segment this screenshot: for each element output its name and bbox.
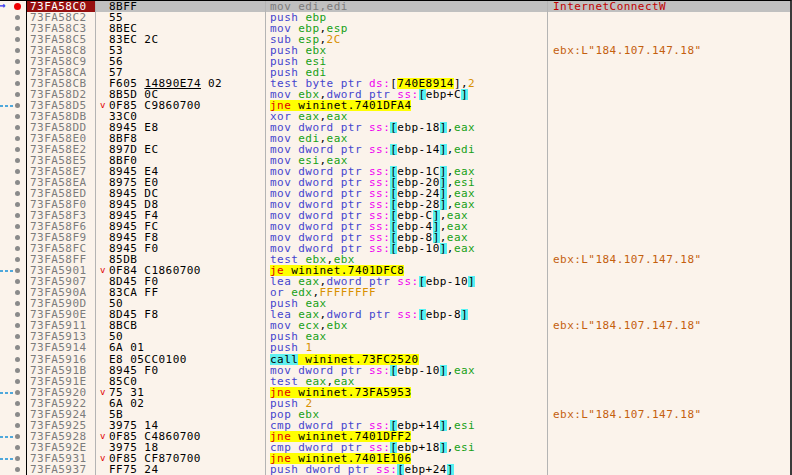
- bytes-cell[interactable]: 57: [96, 67, 266, 78]
- bytes-cell[interactable]: 8BCB: [96, 320, 266, 331]
- bytes-cell[interactable]: 8B5D 0C: [96, 89, 266, 100]
- disasm-row[interactable]: 73FA5937FF75 24push dword ptr ss:[ebp+24…: [0, 464, 790, 475]
- address-cell[interactable]: 73FA591E: [27, 376, 96, 387]
- address-cell[interactable]: 73FA58E5: [27, 155, 96, 166]
- instruction-dot[interactable]: [15, 59, 20, 64]
- comment-cell[interactable]: [548, 376, 790, 387]
- comment-cell[interactable]: [548, 23, 790, 34]
- comment-cell[interactable]: [548, 331, 790, 342]
- disasm-row[interactable]: 73FA590E8D45 F8lea eax,dword ptr ss:[ebp…: [0, 309, 790, 320]
- disasm-row[interactable]: 73FA58DD8945 E8mov dword ptr ss:[ebp-18]…: [0, 122, 790, 133]
- instruction-cell[interactable]: push 2: [266, 398, 548, 409]
- instruction-cell[interactable]: jne wininet.7401DFF2: [266, 431, 548, 442]
- address-cell[interactable]: 73FA5907: [27, 276, 96, 287]
- instruction-cell[interactable]: xor eax,eax: [266, 111, 548, 122]
- comment-cell[interactable]: [548, 210, 790, 221]
- bytes-cell[interactable]: 85DB: [96, 254, 266, 265]
- address-cell[interactable]: 73FA590A: [27, 287, 96, 298]
- bytes-cell[interactable]: 3975 14: [96, 420, 266, 431]
- comment-cell[interactable]: [548, 155, 790, 166]
- instruction-dot[interactable]: [15, 467, 20, 472]
- comment-cell[interactable]: ebx:L"184.107.147.18": [548, 45, 790, 56]
- bytes-cell[interactable]: 50: [96, 331, 266, 342]
- bytes-cell[interactable]: FF75 24: [96, 464, 266, 475]
- instruction-dot[interactable]: [15, 202, 20, 207]
- instruction-cell[interactable]: push ebx: [266, 45, 548, 56]
- address-cell[interactable]: 73FA58C9: [27, 56, 96, 67]
- disasm-row[interactable]: 73FA58EA8975 E0mov dword ptr ss:[ebp-20]…: [0, 177, 790, 188]
- disasm-row[interactable]: 73FA592E3975 18cmp dword ptr ss:[ebp+18]…: [0, 442, 790, 453]
- disasm-row[interactable]: 73FA5931v0F85 CF870700jne wininet.7401E1…: [0, 453, 790, 464]
- disasm-row[interactable]: 73FA58ED8945 DCmov dword ptr ss:[ebp-24]…: [0, 188, 790, 199]
- address-cell[interactable]: 73FA5922: [27, 398, 96, 409]
- address-cell[interactable]: 73FA58F9: [27, 232, 96, 243]
- disasm-row[interactable]: 73FA58E2897D ECmov dword ptr ss:[ebp-14]…: [0, 144, 790, 155]
- comment-cell[interactable]: [548, 89, 790, 100]
- instruction-cell[interactable]: test eax,eax: [266, 376, 548, 387]
- instruction-cell[interactable]: lea eax,dword ptr ss:[ebp-8]: [266, 309, 548, 320]
- instruction-dot[interactable]: [15, 368, 20, 373]
- bytes-cell[interactable]: 8945 E8: [96, 122, 266, 133]
- address-cell[interactable]: 73FA5928: [27, 431, 96, 442]
- comment-cell[interactable]: [548, 354, 790, 365]
- disasm-row[interactable]: 73FA5928v0F85 C4860700jne wininet.7401DF…: [0, 431, 790, 442]
- address-cell[interactable]: 73FA58FF: [27, 254, 96, 265]
- instruction-cell[interactable]: lea eax,dword ptr ss:[ebp-10]: [266, 276, 548, 287]
- instruction-dot[interactable]: [15, 301, 20, 306]
- bytes-cell[interactable]: 8945 DC: [96, 188, 266, 199]
- disasm-row[interactable]: 73FA590D50push eax: [0, 298, 790, 309]
- instruction-cell[interactable]: mov dword ptr ss:[ebp-1C],eax: [266, 166, 548, 177]
- instruction-cell[interactable]: mov dword ptr ss:[ebp-14],edi: [266, 144, 548, 155]
- disasm-row[interactable]: 73FA58F08945 D8mov dword ptr ss:[ebp-28]…: [0, 199, 790, 210]
- comment-cell[interactable]: [548, 166, 790, 177]
- disasm-row[interactable]: 73FA5916E8 05CC0100call wininet.73FC2520: [0, 354, 790, 365]
- disasm-row[interactable]: 73FA58CA57push edi: [0, 67, 790, 78]
- disasm-row[interactable]: 73FA59146A 01push 1: [0, 342, 790, 353]
- address-cell[interactable]: 73FA58C8: [27, 45, 96, 56]
- bytes-cell[interactable]: F605 14890E74 02: [96, 78, 266, 89]
- bytes-cell[interactable]: 8945 E4: [96, 166, 266, 177]
- disasm-row[interactable]: 73FA59078D45 F0lea eax,dword ptr ss:[ebp…: [0, 276, 790, 287]
- comment-cell[interactable]: [548, 298, 790, 309]
- instruction-dot[interactable]: [15, 147, 20, 152]
- comment-cell[interactable]: [548, 453, 790, 464]
- instruction-dot[interactable]: [15, 412, 20, 417]
- instruction-cell[interactable]: cmp dword ptr ss:[ebp+14],esi: [266, 420, 548, 431]
- address-cell[interactable]: 73FA5911: [27, 320, 96, 331]
- bytes-cell[interactable]: 55: [96, 12, 266, 23]
- instruction-cell[interactable]: call wininet.73FC2520: [266, 354, 548, 365]
- bytes-cell[interactable]: 33C0: [96, 111, 266, 122]
- disasm-row[interactable]: 73FA58E08BF8mov edi,eax: [0, 133, 790, 144]
- address-cell[interactable]: 73FA5914: [27, 342, 96, 353]
- instruction-dot[interactable]: [15, 125, 20, 130]
- instruction-cell[interactable]: jne wininet.7401DFA4: [266, 100, 548, 111]
- address-cell[interactable]: 73FA590D: [27, 298, 96, 309]
- bytes-cell[interactable]: 8D45 F0: [96, 276, 266, 287]
- comment-cell[interactable]: [548, 111, 790, 122]
- disasm-row[interactable]: 73FA591350push eax: [0, 331, 790, 342]
- disasm-row[interactable]: 73FA58C583EC 2Csub esp,2C: [0, 34, 790, 45]
- address-cell[interactable]: 73FA5901: [27, 265, 96, 276]
- comment-cell[interactable]: [548, 398, 790, 409]
- instruction-cell[interactable]: test byte ptr ds:[740E8914],2: [266, 78, 548, 89]
- instruction-cell[interactable]: push eax: [266, 331, 548, 342]
- comment-cell[interactable]: [548, 133, 790, 144]
- instruction-dot[interactable]: [15, 70, 20, 75]
- instruction-dot[interactable]: [15, 334, 20, 339]
- instruction-dot[interactable]: [15, 136, 20, 141]
- bytes-cell[interactable]: 50: [96, 298, 266, 309]
- address-cell[interactable]: 73FA5937: [27, 464, 96, 475]
- disasm-row[interactable]: 73FA58F38945 F4mov dword ptr ss:[ebp-C],…: [0, 210, 790, 221]
- address-cell[interactable]: 73FA58F3: [27, 210, 96, 221]
- disasm-row[interactable]: 73FA591B8945 F0mov dword ptr ss:[ebp-10]…: [0, 365, 790, 376]
- bytes-cell[interactable]: 8BEC: [96, 23, 266, 34]
- instruction-dot[interactable]: [15, 357, 20, 362]
- address-cell[interactable]: 73FA58D5: [27, 100, 96, 111]
- comment-cell[interactable]: ebx:L"184.107.147.18": [548, 320, 790, 331]
- bytes-cell[interactable]: v0F85 C9860700: [96, 100, 266, 111]
- instruction-dot[interactable]: [15, 191, 20, 196]
- address-cell[interactable]: 73FA58DD: [27, 122, 96, 133]
- comment-cell[interactable]: [548, 78, 790, 89]
- disasm-row[interactable]: 73FA59253975 14cmp dword ptr ss:[ebp+14]…: [0, 420, 790, 431]
- instruction-cell[interactable]: jne wininet.73FA5953: [266, 387, 548, 398]
